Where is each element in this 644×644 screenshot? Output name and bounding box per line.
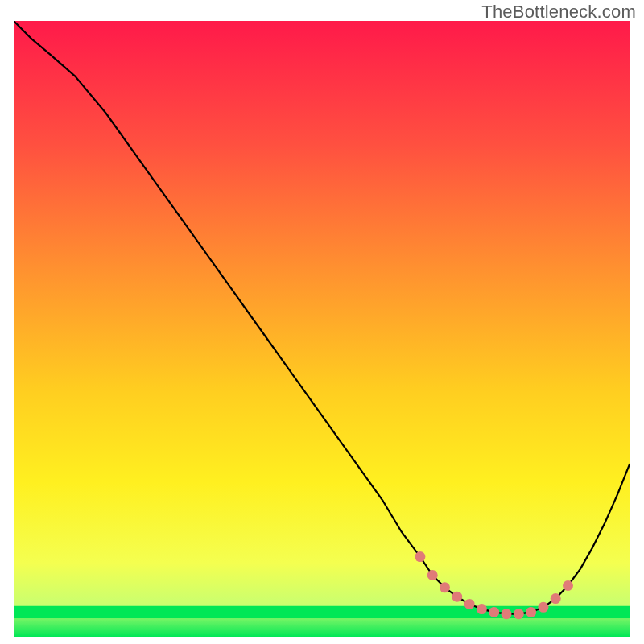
watermark-text: TheBottleneck.com [481, 2, 636, 23]
optimal-zone-marker [415, 551, 425, 562]
bottleneck-chart [14, 21, 630, 637]
optimal-zone-marker [551, 593, 561, 604]
optimal-zone-marker [514, 609, 524, 619]
optimal-zone-marker [526, 607, 536, 617]
optimal-zone-marker [563, 580, 573, 591]
optimal-green-band [14, 606, 630, 618]
optimal-zone-marker [538, 602, 548, 613]
optimal-zone-marker [464, 599, 475, 609]
optimal-zone-marker [489, 607, 499, 617]
optimal-zone-marker [452, 592, 462, 602]
optimal-zone-marker [477, 604, 487, 614]
optimal-zone-marker [427, 570, 438, 580]
optimal-zone-marker [440, 582, 450, 592]
chart-container [14, 21, 630, 637]
optimal-zone-marker [502, 609, 512, 619]
